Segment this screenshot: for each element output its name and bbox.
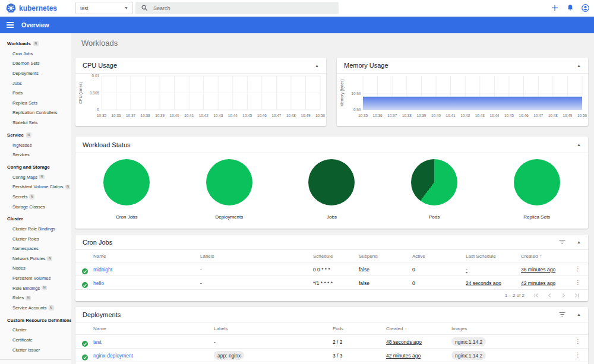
cell-name[interactable]: nginx-deployment: [93, 353, 133, 359]
sidebar-item-cluster-issuer[interactable]: Cluster Issuer: [0, 345, 71, 355]
column-header-schedule[interactable]: Schedule: [313, 254, 333, 259]
pie-chart[interactable]: [103, 159, 150, 205]
column-header-name[interactable]: Name: [93, 326, 106, 331]
pie-label: Deployments: [216, 214, 244, 220]
sidebar-item-network-policies[interactable]: Network PoliciesN: [0, 254, 71, 264]
workload-status-pies: Cron JobsDeploymentsJobsPodsReplica Sets: [75, 153, 588, 229]
table-header-row: NameLabelsScheduleSuspendActiveLast Sche…: [75, 250, 588, 262]
column-label: Suspend: [359, 254, 378, 259]
column-header-name[interactable]: Name: [93, 254, 106, 259]
sidebar-item-deployments[interactable]: Deployments: [0, 68, 71, 78]
pie-chart[interactable]: [411, 159, 457, 205]
sidebar-item-jobs[interactable]: Jobs: [0, 78, 71, 88]
column-header-labels[interactable]: Labels: [214, 326, 228, 331]
cell-name[interactable]: test: [93, 339, 102, 345]
pie-chart[interactable]: [308, 159, 355, 205]
sidebar-item-secrets[interactable]: SecretsN: [0, 192, 71, 202]
column-header-images[interactable]: Images: [451, 326, 467, 331]
pie-chart[interactable]: [206, 159, 252, 205]
sidebar-item-label: Deployments: [12, 71, 39, 76]
sidebar-item-ingresses[interactable]: Ingresses: [0, 140, 71, 150]
kubernetes-logo[interactable]: kubernetes: [6, 3, 57, 13]
sidebar-item-roles[interactable]: RolesN: [0, 293, 71, 303]
hamburger-icon[interactable]: [7, 22, 14, 28]
sidebar-item-namespaces[interactable]: Namespaces: [0, 244, 71, 254]
pie-chart[interactable]: [514, 159, 560, 205]
sidebar-item-certificate[interactable]: Certificate: [0, 335, 71, 345]
sidebar-item-persistent-volume-claims[interactable]: Persistent Volume ClaimsN: [0, 182, 71, 192]
sidebar-item-pods[interactable]: Pods: [0, 88, 71, 98]
sidebar-item-settings[interactable]: Settings: [0, 362, 71, 364]
sidebar-nav: WorkloadsNCron JobsDaemon SetsDeployment…: [0, 33, 71, 364]
next-page-icon[interactable]: [561, 293, 566, 298]
collapse-icon[interactable]: ▲: [577, 143, 581, 147]
namespace-selector[interactable]: test ▼: [75, 2, 133, 14]
column-label: Images: [451, 326, 467, 331]
column-header-labels[interactable]: Labels: [200, 254, 214, 259]
cell-labels: -: [200, 267, 202, 273]
sidebar-item-daemon-sets[interactable]: Daemon Sets: [0, 59, 71, 69]
sidebar-item-nodes[interactable]: Nodes: [0, 264, 71, 274]
column-header-active[interactable]: Active: [412, 254, 425, 259]
sidebar-section-config-and-storage[interactable]: Config and Storage: [0, 162, 71, 172]
cron-jobs-table: NameLabelsScheduleSuspendActiveLast Sche…: [75, 250, 588, 290]
search-input[interactable]: [153, 5, 320, 11]
sidebar-item-replica-sets[interactable]: Replica Sets: [0, 98, 71, 108]
column-label: Name: [93, 326, 106, 331]
sidebar-item-stateful-sets[interactable]: Stateful Sets: [0, 118, 71, 128]
sidebar-item-cluster-roles[interactable]: Cluster Roles: [0, 234, 71, 244]
sidebar-item-replication-controllers[interactable]: Replication Controllers: [0, 108, 71, 118]
column-header-last-schedule[interactable]: Last Schedule: [466, 254, 496, 259]
last-page-icon[interactable]: [574, 293, 580, 298]
sidebar-section-cluster[interactable]: Cluster: [0, 213, 71, 224]
collapse-icon[interactable]: ▲: [577, 312, 581, 316]
sidebar-item-service-accounts[interactable]: Service AccountsN: [0, 303, 71, 313]
sidebar-item-role-bindings[interactable]: Role BindingsN: [0, 283, 71, 293]
cell-name[interactable]: midnight: [93, 267, 112, 273]
sidebar-item-cluster-role-bindings[interactable]: Cluster Role Bindings: [0, 224, 71, 234]
cell-name[interactable]: hello: [93, 280, 104, 286]
column-header-pods[interactable]: Pods: [333, 326, 343, 331]
sidebar-section-custom-resource-definitions[interactable]: Custom Resource Definitions: [0, 315, 71, 325]
previous-page-icon[interactable]: [547, 293, 552, 298]
sidebar-item-cron-jobs[interactable]: Cron Jobs: [0, 49, 71, 59]
plus-icon[interactable]: [551, 4, 558, 11]
sidebar-divider: [0, 359, 71, 360]
search-bar[interactable]: [135, 2, 339, 14]
page-nav-title: Overview: [21, 21, 49, 29]
status-ok-icon: [82, 338, 88, 349]
column-header-created[interactable]: Created↑: [521, 254, 542, 259]
filter-icon[interactable]: [559, 312, 565, 317]
svg-text:10:36: 10:36: [112, 113, 121, 118]
sidebar-item-storage-classes[interactable]: Storage Classes: [0, 202, 71, 212]
bell-icon[interactable]: [567, 4, 574, 12]
svg-text:10:42: 10:42: [199, 113, 208, 118]
first-page-icon[interactable]: [533, 293, 539, 298]
collapse-icon[interactable]: ▲: [315, 64, 319, 68]
sidebar-section-service[interactable]: ServiceN: [0, 129, 71, 140]
kebab-menu-icon[interactable]: ⋮: [575, 338, 581, 344]
svg-text:10:44: 10:44: [489, 113, 499, 118]
kebab-menu-icon[interactable]: ⋮: [575, 265, 581, 272]
sidebar-item-config-maps[interactable]: Config MapsN: [0, 172, 71, 182]
filter-icon[interactable]: [559, 239, 565, 245]
svg-text:10:40: 10:40: [170, 113, 179, 118]
svg-text:10:44: 10:44: [228, 113, 238, 118]
kebab-menu-icon[interactable]: ⋮: [575, 352, 581, 358]
kebab-menu-icon[interactable]: ⋮: [575, 279, 581, 286]
svg-text:10:43: 10:43: [475, 113, 485, 118]
column-header-created[interactable]: Created↑: [386, 326, 407, 331]
sidebar-item-cluster[interactable]: Cluster: [0, 325, 71, 335]
svg-text:10:45: 10:45: [242, 113, 252, 118]
workload-pie-deployments: Deployments: [191, 159, 268, 220]
card-header: Cron Jobs ▲: [75, 235, 588, 250]
sidebar-section-workloads[interactable]: WorkloadsN: [0, 38, 71, 49]
svg-text:10:35: 10:35: [358, 113, 368, 118]
sidebar-item-services[interactable]: Services: [0, 150, 71, 160]
sidebar-item-persistent-volumes[interactable]: Persistent Volumes: [0, 273, 71, 283]
svg-text:10:47: 10:47: [271, 113, 281, 118]
column-header-suspend[interactable]: Suspend: [359, 254, 378, 259]
collapse-icon[interactable]: ▲: [577, 240, 581, 244]
user-icon[interactable]: [582, 4, 589, 12]
collapse-icon[interactable]: ▲: [577, 64, 581, 68]
